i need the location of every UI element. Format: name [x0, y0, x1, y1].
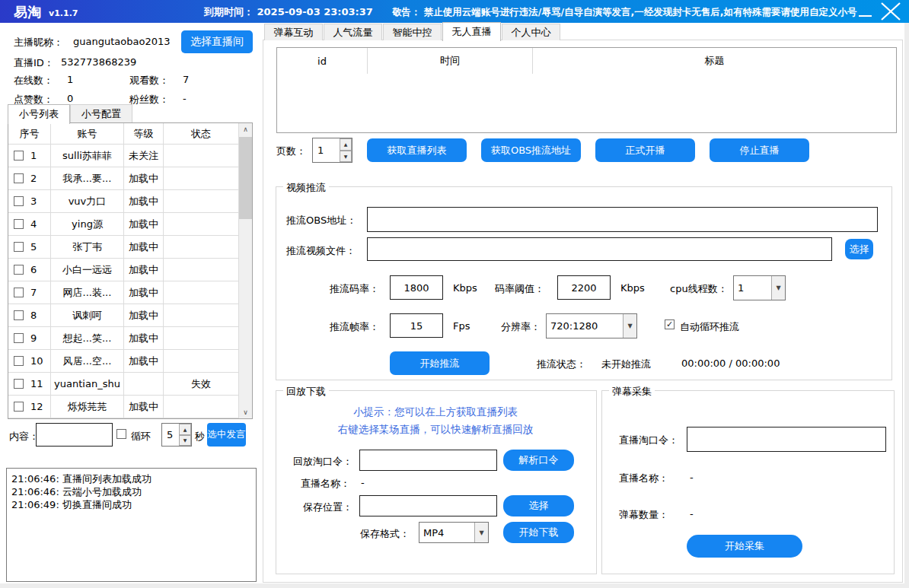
- threshold-input[interactable]: [557, 275, 611, 300]
- row-index-cell: 5: [8, 236, 51, 259]
- row-checkbox[interactable]: [14, 173, 24, 183]
- row-checkbox[interactable]: [14, 356, 24, 366]
- start-broadcast-button[interactable]: 正式开播: [595, 138, 695, 162]
- save-path-select-button[interactable]: 选择: [503, 495, 574, 516]
- table-row[interactable]: 8讽刺呵加载中: [8, 304, 238, 327]
- start-push-button[interactable]: 开始推流: [390, 351, 490, 375]
- table-row[interactable]: 11yuantian_shu失效: [8, 373, 238, 396]
- chevron-down-icon[interactable]: ▼: [623, 314, 636, 338]
- row-index: 4: [30, 218, 37, 230]
- fps-input[interactable]: [390, 313, 443, 338]
- table-row[interactable]: 10风居...空...加载中: [8, 350, 238, 373]
- save-format-dropdown[interactable]: MP4 ▼: [419, 522, 489, 543]
- tab-account-list[interactable]: 小号列表: [8, 104, 70, 124]
- video-file-label: 推流视频文件：: [286, 244, 356, 258]
- table-row[interactable]: 12烁烁芫芫加载中: [8, 396, 238, 418]
- scroll-up-icon[interactable]: ∧: [239, 123, 252, 135]
- tab-smart-control[interactable]: 智能中控: [383, 24, 442, 40]
- send-selected-button[interactable]: 选中发言: [207, 423, 246, 447]
- row-checkbox[interactable]: [14, 288, 24, 297]
- row-checkbox[interactable]: [14, 196, 24, 206]
- start-download-button[interactable]: 开始下载: [503, 522, 574, 543]
- col-title: 标题: [533, 48, 896, 74]
- cpu-threads-label: cpu线程数：: [670, 282, 728, 296]
- bitrate-input[interactable]: [390, 275, 443, 300]
- row-checkbox[interactable]: [14, 310, 24, 320]
- content-input[interactable]: [36, 423, 113, 447]
- table-row[interactable]: 2我承...要...加载中: [8, 167, 238, 190]
- stepper-up-icon[interactable]: ▲: [179, 424, 191, 435]
- row-index: 9: [30, 332, 37, 344]
- tab-unmanned-live[interactable]: 无人直播: [442, 22, 501, 41]
- online-count-value: 1: [67, 74, 73, 85]
- row-account: 网店...装...: [51, 281, 124, 304]
- close-icon[interactable]: [877, 2, 904, 21]
- row-index-cell: 4: [8, 213, 51, 236]
- account-table-header: 序号 账号 等级 状态: [8, 123, 238, 145]
- account-table-scrollbar[interactable]: ∧ ∨: [238, 123, 252, 418]
- resolution-dropdown[interactable]: 720:1280 ▼: [546, 313, 637, 338]
- row-status: [164, 259, 238, 281]
- table-row[interactable]: 1sulli苏菲菲未关注: [8, 145, 238, 167]
- loop-checkbox[interactable]: [116, 429, 126, 439]
- row-status: 失效: [164, 373, 238, 396]
- scrollbar-thumb[interactable]: [239, 137, 252, 219]
- parse-code-button[interactable]: 解析口令: [503, 450, 574, 471]
- get-obs-url-button[interactable]: 获取OBS推流地址: [481, 138, 581, 162]
- row-account: 张丁韦: [51, 236, 124, 259]
- col-index: 序号: [8, 123, 51, 145]
- obs-url-label: 推流OBS地址：: [286, 214, 356, 227]
- auto-loop-checkbox[interactable]: ✓: [665, 319, 675, 329]
- table-row[interactable]: 6小白一远远加载中: [8, 259, 238, 281]
- row-level: 加载中: [124, 190, 164, 213]
- row-checkbox[interactable]: [14, 265, 24, 275]
- tab-popularity[interactable]: 人气流量: [324, 24, 382, 40]
- row-checkbox[interactable]: [14, 402, 24, 412]
- row-checkbox[interactable]: [14, 379, 24, 389]
- cpu-threads-dropdown[interactable]: 1 ▼: [733, 275, 786, 300]
- row-checkbox[interactable]: [14, 242, 24, 252]
- app-name: 易淘: [14, 3, 41, 21]
- row-index: 1: [30, 150, 37, 161]
- page-value: 1: [313, 138, 340, 162]
- tab-account-config[interactable]: 小号配置: [70, 104, 132, 123]
- minimize-icon[interactable]: [859, 15, 872, 17]
- row-checkbox[interactable]: [14, 333, 24, 343]
- row-level: 未关注: [124, 145, 164, 167]
- row-account: 小白一远远: [51, 259, 124, 281]
- scroll-down-icon[interactable]: ∨: [239, 406, 252, 418]
- get-live-list-button[interactable]: 获取直播列表: [367, 138, 467, 162]
- col-level: 等级: [124, 123, 164, 145]
- chevron-down-icon[interactable]: ▼: [771, 276, 785, 300]
- chevron-down-icon[interactable]: ▼: [474, 523, 488, 542]
- table-row[interactable]: 3vuv力口加载中: [8, 190, 238, 213]
- table-row[interactable]: 4ying源加载中: [8, 213, 238, 236]
- page-label: 页数：: [276, 145, 306, 158]
- replay-code-input[interactable]: [359, 450, 497, 471]
- interval-stepper[interactable]: 5 ▲ ▼: [161, 423, 192, 447]
- save-path-input[interactable]: [359, 495, 497, 516]
- row-level: 加载中: [124, 213, 164, 236]
- tab-personal-center[interactable]: 个人中心: [502, 24, 560, 40]
- obs-url-input[interactable]: [367, 207, 878, 232]
- stop-broadcast-button[interactable]: 停止直播: [710, 138, 809, 162]
- stepper-up-icon[interactable]: ▲: [340, 138, 352, 151]
- select-room-button[interactable]: 选择直播间: [181, 30, 253, 53]
- danmaku-count-value: -: [690, 508, 694, 520]
- table-row[interactable]: 9想起...笑...加载中: [8, 327, 238, 350]
- table-row[interactable]: 5张丁韦加载中: [8, 236, 238, 259]
- page-stepper[interactable]: 1 ▲ ▼: [312, 138, 352, 163]
- start-collect-button[interactable]: 开始采集: [687, 535, 802, 558]
- danmaku-code-input[interactable]: [687, 427, 886, 452]
- video-file-input[interactable]: [367, 237, 832, 261]
- stepper-down-icon[interactable]: ▼: [179, 435, 191, 447]
- replay-group-title: 回放下载: [283, 385, 329, 399]
- stepper-down-icon[interactable]: ▼: [340, 151, 352, 163]
- table-row[interactable]: 7网店...装...加载中: [8, 281, 238, 304]
- video-file-select-button[interactable]: 选择: [845, 239, 873, 259]
- tab-danmaku-interact[interactable]: 弹幕互动: [264, 24, 323, 40]
- like-count-value: 0: [67, 93, 73, 104]
- row-checkbox[interactable]: [14, 219, 24, 229]
- row-checkbox[interactable]: [14, 151, 24, 161]
- row-index-cell: 7: [8, 281, 51, 304]
